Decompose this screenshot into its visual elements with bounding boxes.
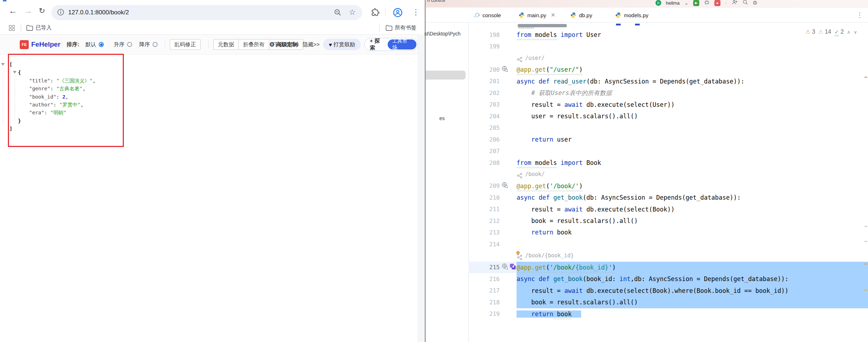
donate-button[interactable]: ♥打赏鼓励 [323, 39, 361, 50]
code-text[interactable]: # 获取Users表中的所有数据 [517, 87, 868, 99]
back-icon[interactable]: ← [9, 6, 17, 15]
code-text[interactable]: book = result.scalars().all() [517, 215, 868, 227]
user-avatar[interactable]: h [655, 0, 661, 6]
profile-avatar-icon[interactable] [393, 8, 403, 18]
user-name[interactable]: hellma [666, 0, 680, 6]
tab-options-kebab-icon[interactable]: ⋮ [857, 11, 863, 19]
zoom-out-icon[interactable] [334, 9, 342, 16]
radio-icon[interactable] [153, 42, 158, 47]
tab-main-py[interactable]: main.py ✕ [519, 8, 555, 23]
stripe-mark[interactable] [864, 77, 867, 78]
bookmark-star-icon[interactable]: ☆ [349, 8, 356, 16]
code-text[interactable]: result = await db.execute(select(Book).w… [517, 285, 868, 296]
browser-scrollbar[interactable] [418, 34, 425, 342]
collapse-triangle-icon[interactable] [1, 63, 5, 66]
tab-console[interactable]: console [473, 8, 501, 23]
sort-option-default[interactable]: 默认 [85, 35, 104, 54]
code-text[interactable]: result = await db.execute(select(User)) [517, 99, 868, 110]
browser-menu-kebab-icon[interactable]: ⋮ [412, 8, 420, 16]
code-text[interactable]: book = result.scalars().all() [517, 296, 868, 308]
endpoint-icon[interactable] [501, 66, 508, 74]
line-number: 205 [468, 124, 500, 131]
collapse-triangle-icon[interactable] [13, 71, 17, 73]
stripe-mark[interactable] [864, 241, 867, 242]
code-text[interactable]: result = await db.execute(select(Book)) [517, 204, 868, 215]
address-bar[interactable]: 127.0.0.1:8000/book/2 ☆ [51, 5, 362, 20]
sort-option-asc[interactable]: 升序 [114, 35, 132, 54]
code-text[interactable]: /book/{book_id} [517, 250, 868, 261]
code-text[interactable]: async def get_book(db: AsyncSession = De… [517, 192, 868, 203]
code-text[interactable]: async def get_book(book_id: int,db: Asyn… [517, 273, 868, 285]
forward-icon[interactable]: → [24, 6, 32, 15]
screen: ← → ↻ 127.0.0.1:8000/book/2 ☆ [0, 0, 868, 342]
hide-button[interactable]: 隐藏>> [303, 35, 320, 54]
collapse-all-button[interactable]: 折叠所有 [238, 39, 269, 50]
radio-selected-icon[interactable] [99, 42, 104, 47]
reload-icon[interactable]: ↻ [39, 6, 45, 15]
add-user-icon[interactable] [732, 0, 738, 6]
sort-option-desc[interactable]: 降序 [139, 35, 158, 54]
next-issue-icon[interactable]: ∨ [854, 29, 857, 35]
settings-gear-icon[interactable]: ⚙ [753, 0, 757, 6]
site-info-icon[interactable] [57, 8, 65, 16]
code-text[interactable] [517, 145, 868, 157]
lightbulb-icon[interactable] [516, 251, 520, 255]
chevron-down-icon[interactable]: ⌄ [684, 0, 689, 6]
code-line: 206 return user [468, 134, 868, 145]
ai-icon[interactable] [509, 263, 516, 271]
python-icon [615, 12, 621, 18]
tab-models-py[interactable]: models.py [615, 8, 648, 23]
clipped-text [635, 24, 640, 25]
tab-db-py[interactable]: db.py [570, 8, 592, 23]
url-text[interactable]: 127.0.0.1:8000/book/2 [68, 5, 129, 20]
apps-grid-icon[interactable] [9, 25, 15, 31]
stop-button[interactable]: ■ [714, 0, 720, 6]
code-text[interactable]: from models import Book [517, 157, 868, 168]
run-button[interactable]: ▶ [693, 0, 699, 6]
radio-icon[interactable] [127, 42, 132, 47]
explore-button[interactable]: + 探索 工具市场 [364, 38, 418, 51]
endpoint-icon[interactable] [501, 182, 508, 190]
code-text[interactable]: async def read_user(db: AsyncSession = D… [517, 76, 868, 87]
python-icon [519, 12, 525, 18]
extensions-puzzle-icon[interactable] [371, 8, 380, 17]
json-line: "genre": "古典名著", [29, 85, 85, 92]
code-text[interactable]: @app.get("/user/") [517, 64, 868, 75]
code-text[interactable] [517, 238, 868, 250]
line-number: 206 [468, 136, 500, 143]
stripe-mark[interactable] [864, 263, 867, 265]
advanced-custom-button[interactable]: ⚙高级定制 [269, 35, 298, 54]
inspections-widget[interactable]: ⚠ 3 ⚠ 14 ✓ 2 ∧ ∨ [804, 28, 858, 36]
share-bulb-icon [517, 253, 523, 259]
code-text[interactable]: @app.get('/book/{book_id}') [517, 262, 868, 273]
json-line: } [18, 117, 21, 125]
code-text[interactable]: user = result.scalars().all() [517, 110, 868, 122]
project-item-fragment: es [439, 115, 445, 121]
bookmarks-separator-right [379, 24, 379, 32]
code-text[interactable]: return user [517, 134, 868, 145]
code-text[interactable]: /user/ [517, 52, 868, 64]
project-selected-item[interactable] [426, 71, 466, 80]
all-bookmarks-button[interactable]: 所有书签 [395, 24, 416, 31]
debug-icon[interactable] [704, 0, 710, 6]
search-icon[interactable] [742, 0, 748, 6]
version-control-fragment[interactable]: n control [427, 0, 445, 3]
stripe-mark[interactable] [864, 290, 867, 291]
code-line: 211 result = await db.execute(select(Boo… [468, 204, 868, 215]
code-line: 215@app.get('/book/{book_id}') [468, 262, 868, 273]
fix-encoding-button[interactable]: 乱码修正 [170, 39, 201, 50]
prev-issue-icon[interactable]: ∧ [847, 29, 850, 35]
endpoint-icon[interactable] [501, 263, 508, 271]
code-text[interactable]: @app.get('/book/') [517, 180, 868, 192]
code-text[interactable]: return book [517, 308, 868, 320]
code-text[interactable]: return book [517, 227, 868, 238]
metadata-button[interactable]: 元数据 [213, 39, 239, 50]
code-text[interactable] [517, 122, 868, 134]
bookmark-imported[interactable]: 已导入 [36, 24, 52, 31]
code-line: 214 [468, 238, 868, 250]
code-text[interactable]: /book/ [517, 168, 868, 180]
tool-market-button[interactable]: 工具市场 [388, 39, 416, 49]
code-text[interactable] [517, 41, 868, 52]
stripe-mark[interactable] [864, 226, 867, 227]
close-tab-icon[interactable]: ✕ [551, 12, 556, 18]
